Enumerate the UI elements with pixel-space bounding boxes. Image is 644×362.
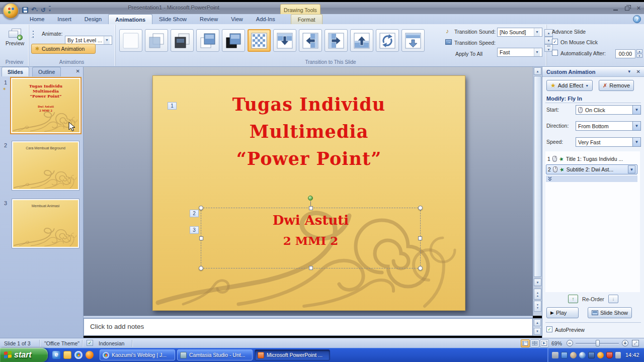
theme-name[interactable]: "Office Theme" [44,340,79,346]
transition-none[interactable] [119,29,142,52]
close-button[interactable]: ✕ [636,5,641,12]
slides-tab[interactable]: Slides [2,67,29,76]
previous-slide-button[interactable]: ▲▲ [534,289,541,300]
pane-close-icon[interactable]: ✕ [636,69,640,74]
notes-scrollbar[interactable]: ▲ ▼ [533,318,542,336]
firefox-icon[interactable] [86,351,94,359]
slide-thumbnail-2[interactable]: Cara Membuat Beground [12,141,79,190]
transition-fade-smoothly[interactable] [145,29,168,52]
pane-menu-icon[interactable]: ▼ [627,69,631,74]
repeat-icon[interactable]: ↺ [41,7,46,14]
internet-explorer-icon[interactable]: e [52,351,60,359]
animation-tag-3[interactable]: 3 [190,226,199,234]
close-panel-icon[interactable]: ✕ [76,68,80,74]
reorder-up-button[interactable]: ↑ [568,295,578,303]
normal-view-button[interactable] [521,339,530,347]
tray-messenger-icon[interactable] [588,352,595,358]
resize-handle-s[interactable] [309,266,313,270]
resize-handle-e[interactable] [418,236,422,240]
slide-thumbnail-3[interactable]: Membuat Animasi [12,199,79,248]
taskbar-task-weblog[interactable]: Kaozumi's Weblog | J... [100,349,175,360]
notes-pane[interactable]: Click to add notes [84,318,533,336]
transition-speed-select[interactable]: Fast ▼ [497,48,542,57]
restore-button[interactable] [625,7,629,11]
taskbar-task-camtasia[interactable]: Camtasia Studio - Unt... [177,349,253,360]
tab-review[interactable]: Review [193,14,224,24]
scroll-down-icon[interactable]: ▼ [534,328,541,335]
tray-security-icon[interactable] [606,352,613,358]
tab-format[interactable]: Format [291,14,323,24]
help-button[interactable]: ? [633,15,641,23]
apply-to-all-button[interactable]: Apply To All [455,51,482,57]
tray-update-icon[interactable] [597,352,604,358]
scrollbar-thumb[interactable] [534,76,541,277]
office-button[interactable] [3,3,19,19]
transition-fade-through-black[interactable] [171,29,194,52]
scroll-up-icon[interactable]: ▲ [534,67,541,75]
tray-network-icon[interactable] [561,352,568,358]
transition-cut-through-black[interactable] [222,29,245,52]
chevron-down-icon[interactable]: ▼ [632,122,640,130]
custom-animation-button[interactable]: ✶ Custom Animation [31,44,96,54]
reorder-down-button[interactable]: ↓ [608,295,618,303]
folder-icon[interactable] [63,351,71,359]
transition-sound-select[interactable]: [No Sound] ▼ [497,28,542,37]
qat-customize-icon[interactable]: ▾ [49,6,51,14]
minimize-button[interactable] [613,7,618,11]
zoom-slider-handle[interactable] [596,340,600,346]
tray-input-icon[interactable] [615,352,621,358]
fit-to-window-icon[interactable]: ⤢ [632,340,639,346]
save-icon[interactable] [22,7,28,13]
chevron-down-icon[interactable]: ▼ [104,36,110,44]
transition-push-down[interactable] [401,29,425,52]
after-time-input[interactable]: 00:00 [615,49,635,58]
add-effect-button[interactable]: ★ Add Effect ▼ [546,80,593,91]
on-mouse-click-checkbox[interactable]: ✓ [552,39,558,45]
start-select[interactable]: On Click ▼ [576,105,641,115]
transition-wipe-right[interactable] [325,29,348,52]
resize-handle-sw[interactable] [199,266,203,270]
tray-tools-icon[interactable] [552,352,558,358]
rotate-handle[interactable] [308,196,313,201]
play-button[interactable]: ▶ Play [546,307,579,318]
subtitle-textbox-selection[interactable]: Dwi Astuti 2 MMI 2 [201,208,421,268]
start-button[interactable]: start [0,348,48,362]
remove-button[interactable]: ✗ Remove [599,80,634,91]
resize-handle-nw[interactable] [199,206,203,210]
slide-show-view-button[interactable] [540,339,549,347]
scroll-up-icon[interactable]: ▲ [534,319,541,326]
tab-home[interactable]: Home [23,14,51,24]
chrome-icon[interactable] [74,351,83,359]
outline-tab[interactable]: Outline [32,67,61,76]
autopreview-checkbox[interactable]: ✓ [546,326,552,332]
expand-contents-row[interactable] [546,175,637,182]
automatically-after-checkbox[interactable] [552,50,558,56]
direction-select[interactable]: From Bottom ▼ [576,121,641,131]
transition-wipe-down[interactable] [273,29,296,52]
pane-header[interactable]: Custom Animation ▼ ✕ [542,67,644,77]
tab-animations[interactable]: Animations [108,14,152,24]
slide-canvas[interactable]: Tugas Individu Multimedia “Power Point” … [152,75,465,311]
spellcheck-icon[interactable]: ✓ [87,340,93,346]
resize-handle-w[interactable] [199,236,203,240]
animation-tag-1[interactable]: 1 [168,102,177,110]
transition-cut[interactable] [196,29,219,52]
tab-design[interactable]: Design [78,14,108,24]
editor-scrollbar[interactable]: ▲ ▼ ▲▲ ▼▼ [533,67,542,316]
slide-show-button[interactable]: Slide Show [588,307,632,318]
undo-icon[interactable]: ↶▾ [31,6,38,14]
tray-camtasia-icon[interactable] [579,352,586,358]
transition-wipe-left[interactable] [299,29,322,52]
transition-dissolve[interactable] [248,29,271,52]
resize-handle-n[interactable] [309,206,313,210]
chevron-down-icon[interactable]: ▼ [534,28,540,36]
speed-select[interactable]: Very Fast ▼ [576,137,641,147]
language-indicator[interactable]: Indonesian [99,340,124,346]
animation-tag-2[interactable]: 2 [190,210,199,217]
next-slide-button[interactable]: ▼▼ [534,301,541,312]
transition-wipe-up[interactable] [350,29,373,52]
slide-sorter-view-button[interactable] [530,339,539,347]
tab-add-ins[interactable]: Add-Ins [250,14,282,24]
slide-title[interactable]: Tugas Individu Multimedia “Power Point” [153,91,465,172]
resize-handle-ne[interactable] [418,206,423,210]
